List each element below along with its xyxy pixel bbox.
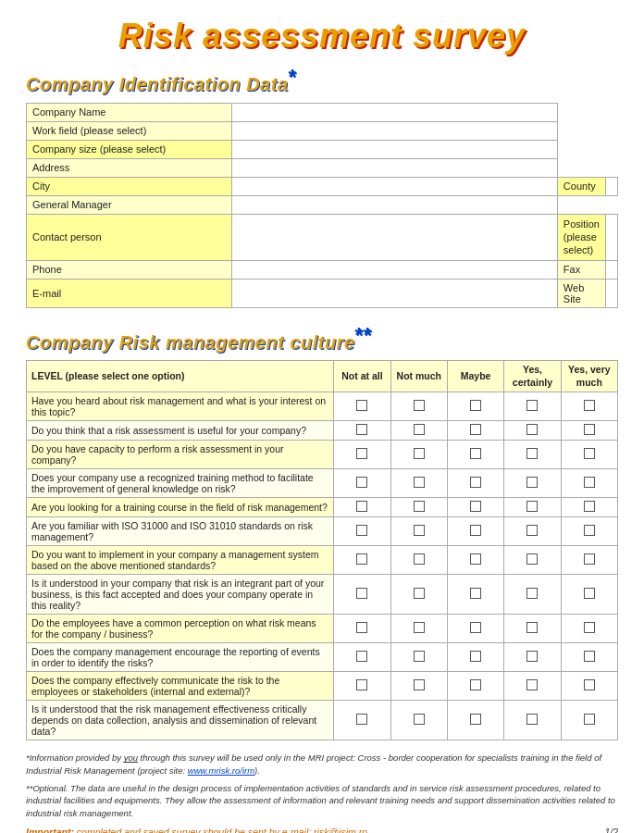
survey-checkbox-cell[interactable] [504, 615, 561, 643]
checkbox-icon[interactable] [470, 424, 481, 435]
survey-checkbox-cell[interactable] [390, 421, 447, 441]
checkbox-icon[interactable] [356, 588, 367, 599]
survey-checkbox-cell[interactable] [334, 701, 390, 740]
checkbox-icon[interactable] [470, 679, 481, 690]
checkbox-icon[interactable] [470, 651, 481, 662]
survey-checkbox-cell[interactable] [390, 672, 447, 701]
phone-value[interactable] [231, 260, 557, 279]
survey-checkbox-cell[interactable] [561, 575, 617, 615]
checkbox-icon[interactable] [470, 501, 481, 512]
checkbox-icon[interactable] [356, 679, 367, 690]
survey-checkbox-cell[interactable] [334, 441, 390, 469]
survey-checkbox-cell[interactable] [334, 517, 390, 546]
checkbox-icon[interactable] [526, 525, 538, 536]
survey-checkbox-cell[interactable] [504, 575, 561, 615]
survey-checkbox-cell[interactable] [334, 392, 390, 421]
survey-checkbox-cell[interactable] [447, 672, 503, 701]
checkbox-icon[interactable] [356, 477, 367, 488]
checkbox-icon[interactable] [414, 588, 425, 599]
survey-checkbox-cell[interactable] [447, 441, 503, 469]
survey-checkbox-cell[interactable] [334, 615, 390, 643]
survey-checkbox-cell[interactable] [334, 672, 390, 701]
survey-checkbox-cell[interactable] [561, 469, 617, 498]
checkbox-icon[interactable] [414, 714, 425, 725]
important-email[interactable]: risk@isim.ro [314, 827, 367, 833]
checkbox-icon[interactable] [526, 651, 538, 662]
survey-checkbox-cell[interactable] [561, 615, 617, 643]
checkbox-icon[interactable] [356, 553, 367, 565]
checkbox-icon[interactable] [584, 679, 595, 690]
checkbox-icon[interactable] [356, 400, 367, 411]
footnote1-link[interactable]: www.mrisk.ro/irm [188, 765, 254, 776]
checkbox-icon[interactable] [526, 553, 538, 565]
checkbox-icon[interactable] [414, 424, 425, 435]
fax-value[interactable] [605, 260, 617, 279]
survey-checkbox-cell[interactable] [561, 421, 617, 441]
survey-checkbox-cell[interactable] [390, 615, 447, 643]
survey-checkbox-cell[interactable] [504, 392, 561, 421]
survey-checkbox-cell[interactable] [561, 441, 617, 469]
city-value[interactable] [231, 177, 557, 195]
survey-checkbox-cell[interactable] [504, 469, 561, 498]
survey-checkbox-cell[interactable] [390, 498, 447, 517]
company-name-value[interactable] [231, 103, 557, 121]
checkbox-icon[interactable] [584, 553, 595, 565]
survey-checkbox-cell[interactable] [334, 575, 390, 615]
checkbox-icon[interactable] [526, 424, 538, 435]
survey-checkbox-cell[interactable] [504, 421, 561, 441]
survey-checkbox-cell[interactable] [390, 469, 447, 498]
checkbox-icon[interactable] [584, 622, 595, 633]
survey-checkbox-cell[interactable] [334, 643, 390, 672]
survey-checkbox-cell[interactable] [390, 546, 447, 575]
checkbox-icon[interactable] [584, 525, 595, 536]
checkbox-icon[interactable] [356, 714, 367, 725]
survey-checkbox-cell[interactable] [447, 546, 503, 575]
website-value[interactable] [605, 279, 617, 307]
checkbox-icon[interactable] [356, 622, 367, 633]
survey-checkbox-cell[interactable] [334, 546, 390, 575]
checkbox-icon[interactable] [526, 714, 538, 725]
survey-checkbox-cell[interactable] [561, 498, 617, 517]
survey-checkbox-cell[interactable] [561, 546, 617, 575]
survey-checkbox-cell[interactable] [504, 441, 561, 469]
survey-checkbox-cell[interactable] [390, 392, 447, 421]
survey-checkbox-cell[interactable] [447, 517, 503, 546]
survey-checkbox-cell[interactable] [561, 701, 617, 740]
survey-checkbox-cell[interactable] [504, 546, 561, 575]
checkbox-icon[interactable] [584, 477, 595, 488]
checkbox-icon[interactable] [526, 477, 538, 488]
checkbox-icon[interactable] [526, 622, 538, 633]
survey-checkbox-cell[interactable] [390, 517, 447, 546]
checkbox-icon[interactable] [584, 651, 595, 662]
county-value[interactable] [605, 177, 617, 195]
survey-checkbox-cell[interactable] [447, 615, 503, 643]
checkbox-icon[interactable] [414, 448, 425, 459]
checkbox-icon[interactable] [470, 525, 481, 536]
checkbox-icon[interactable] [470, 448, 481, 459]
email-value[interactable] [231, 279, 557, 307]
checkbox-icon[interactable] [526, 448, 538, 459]
general-manager-value[interactable] [231, 195, 557, 214]
survey-checkbox-cell[interactable] [390, 575, 447, 615]
checkbox-icon[interactable] [414, 400, 425, 411]
checkbox-icon[interactable] [414, 622, 425, 633]
survey-checkbox-cell[interactable] [447, 643, 503, 672]
survey-checkbox-cell[interactable] [561, 672, 617, 701]
survey-checkbox-cell[interactable] [390, 701, 447, 740]
survey-checkbox-cell[interactable] [504, 701, 561, 740]
survey-checkbox-cell[interactable] [334, 498, 390, 517]
checkbox-icon[interactable] [356, 424, 367, 435]
survey-checkbox-cell[interactable] [561, 517, 617, 546]
checkbox-icon[interactable] [356, 501, 367, 512]
checkbox-icon[interactable] [526, 400, 538, 411]
survey-checkbox-cell[interactable] [334, 469, 390, 498]
address-value[interactable] [231, 158, 557, 177]
checkbox-icon[interactable] [584, 448, 595, 459]
checkbox-icon[interactable] [526, 501, 538, 512]
checkbox-icon[interactable] [526, 679, 538, 690]
checkbox-icon[interactable] [470, 588, 481, 599]
survey-checkbox-cell[interactable] [561, 392, 617, 421]
survey-checkbox-cell[interactable] [447, 701, 503, 740]
checkbox-icon[interactable] [414, 501, 425, 512]
survey-checkbox-cell[interactable] [447, 575, 503, 615]
